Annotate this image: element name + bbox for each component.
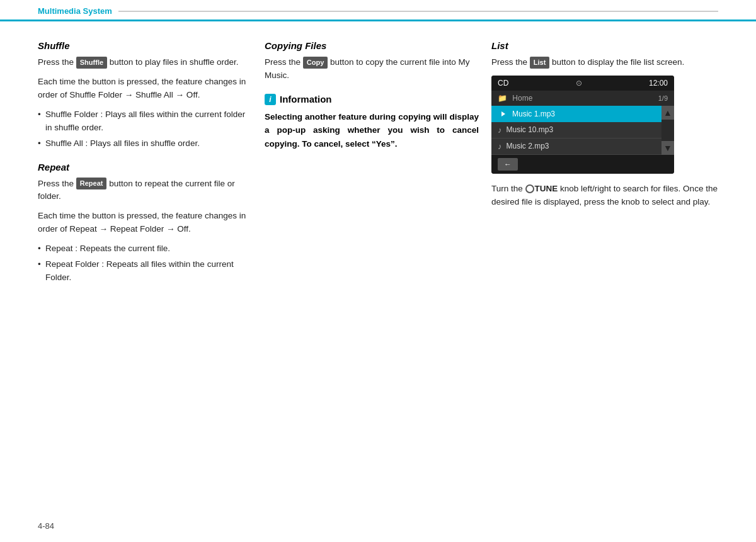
- repeat-bullet-2: Repeat Folder : Repeats all files within…: [38, 258, 252, 285]
- copy-button-label: Copy: [303, 57, 328, 69]
- cd-home-label: Home: [512, 94, 532, 103]
- list-section: List Press the List button to display th…: [491, 40, 718, 69]
- cd-track-1: Music 1.mp3: [512, 110, 555, 118]
- shuffle-bullet-1: Shuffle Folder : Plays all files within …: [38, 108, 252, 135]
- list-title: List: [491, 40, 718, 51]
- scroll-down-arrow: ▼: [663, 143, 672, 153]
- header-title: Multimedia System: [38, 6, 112, 16]
- page-content: Shuffle Press the Shuffle button to play…: [0, 21, 756, 303]
- shuffle-bullets: Shuffle Folder : Plays all files within …: [38, 108, 252, 150]
- cd-page-num: 1/9: [658, 94, 668, 102]
- cd-track-2: Music 10.mp3: [507, 125, 554, 134]
- info-header: i Information: [265, 94, 479, 105]
- tune-circle-icon: [525, 184, 534, 193]
- repeat-bullets: Repeat : Repeats the current file. Repea…: [38, 242, 252, 285]
- music-icon-3: ♪: [498, 142, 502, 151]
- repeat-title: Repeat: [38, 162, 252, 172]
- music-icon-2: ♪: [498, 125, 502, 135]
- copying-p1: Press the Copy button to copy the curren…: [265, 56, 479, 82]
- information-box: i Information Selecting another feature …: [265, 94, 479, 151]
- info-text: Selecting another feature during copying…: [265, 110, 479, 151]
- cd-row-3[interactable]: ♪ Music 2.mp3: [491, 138, 662, 155]
- page-header: Multimedia System: [0, 0, 756, 21]
- cd-screen-header: CD ⊙ 12:00: [491, 76, 674, 91]
- col-list: List Press the List button to display th…: [491, 40, 718, 291]
- cd-track-3: Music 2.mp3: [507, 142, 549, 150]
- repeat-button-label: Repeat: [76, 178, 107, 189]
- shuffle-button-label: Shuffle: [76, 57, 107, 69]
- cd-disc-icon: ⊙: [576, 79, 582, 88]
- cd-scroll-track: [662, 120, 674, 141]
- cd-scrollbar: ▲ ▼: [662, 106, 674, 155]
- tune-label: TUNE: [535, 184, 558, 193]
- repeat-section: Repeat Press the Repeat button to repeat…: [38, 162, 252, 285]
- repeat-p1: Press the Repeat button to repeat the cu…: [38, 178, 252, 204]
- folder-icon: 📁: [498, 94, 507, 103]
- repeat-bullet-1: Repeat : Repeats the current file.: [38, 242, 252, 256]
- copying-title: Copying Files: [265, 40, 479, 51]
- list-p1: Press the List button to display the fil…: [491, 56, 718, 69]
- header-line: [118, 11, 718, 12]
- page-footer: 4-84: [38, 521, 54, 531]
- cd-rows-area: Music 1.mp3 ♪ Music 10.mp3 ♪ Music 2.mp3: [491, 106, 674, 155]
- copying-section: Copying Files Press the Copy button to c…: [265, 40, 479, 82]
- cd-screen: CD ⊙ 12:00 📁 Home 1/9: [491, 76, 674, 174]
- shuffle-title: Shuffle: [38, 40, 252, 51]
- info-icon: i: [265, 94, 276, 105]
- cd-back-button[interactable]: ←: [498, 158, 518, 171]
- cd-label: CD: [498, 79, 508, 88]
- info-label: Information: [280, 94, 332, 104]
- shuffle-p1: Press the Shuffle button to play files i…: [38, 56, 252, 69]
- cd-row-playing[interactable]: Music 1.mp3: [491, 106, 662, 122]
- play-triangle: [501, 111, 505, 116]
- col-shuffle-repeat: Shuffle Press the Shuffle button to play…: [38, 40, 265, 291]
- shuffle-section: Shuffle Press the Shuffle button to play…: [38, 40, 252, 150]
- scroll-up-arrow: ▲: [663, 108, 672, 118]
- cd-row-2[interactable]: ♪ Music 10.mp3: [491, 122, 662, 138]
- cd-time: 12:00: [649, 79, 668, 88]
- cd-play-icon: [498, 109, 508, 119]
- shuffle-bullet-2: Shuffle All : Plays all files in shuffle…: [38, 137, 252, 150]
- cd-home-row: 📁 Home 1/9: [491, 91, 674, 106]
- page-number: 4-84: [38, 521, 54, 531]
- cd-scroll-up[interactable]: ▲: [662, 106, 674, 120]
- list-button-label: List: [530, 57, 550, 69]
- cd-scroll-down[interactable]: ▼: [662, 141, 674, 155]
- repeat-p2: Each time the button is pressed, the fea…: [38, 210, 252, 236]
- col-copying: Copying Files Press the Copy button to c…: [265, 40, 491, 291]
- cd-back-row: ←: [491, 155, 674, 174]
- shuffle-p2: Each time the button is pressed, the fea…: [38, 76, 252, 102]
- list-tune-text: Turn the TUNE knob left/right to search …: [491, 183, 718, 209]
- cd-rows-list: Music 1.mp3 ♪ Music 10.mp3 ♪ Music 2.mp3: [491, 106, 662, 155]
